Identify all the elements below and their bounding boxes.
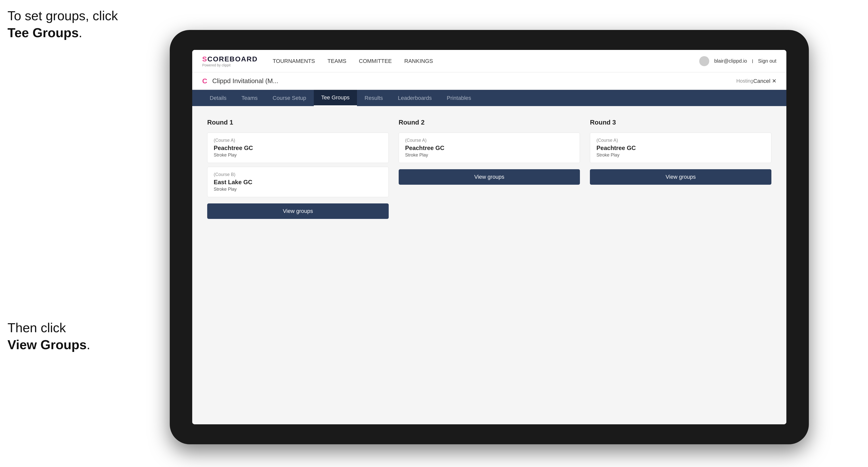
tab-course-setup[interactable]: Course Setup — [265, 90, 314, 106]
round-3-course-a: (Course A) Peachtree GC Stroke Play — [590, 132, 771, 163]
round-1-course-a-name: Peachtree GC — [214, 145, 382, 152]
top-nav: SCOREBOARD Powered by clippit TOURNAMENT… — [192, 50, 786, 72]
user-email: blair@clippd.io — [714, 58, 747, 64]
tablet-device: SCOREBOARD Powered by clippit TOURNAMENT… — [170, 30, 809, 444]
round-2-course-a-format: Stroke Play — [405, 153, 574, 158]
round-2-course-a-name: Peachtree GC — [405, 145, 574, 152]
tab-tee-groups[interactable]: Tee Groups — [314, 90, 357, 106]
rounds-grid: Round 1 (Course A) Peachtree GC Stroke P… — [207, 119, 771, 219]
tab-leaderboards[interactable]: Leaderboards — [391, 90, 439, 106]
user-avatar — [699, 56, 709, 66]
round-2-course-a: (Course A) Peachtree GC Stroke Play — [399, 132, 580, 163]
tab-results[interactable]: Results — [357, 90, 390, 106]
round-2-course-a-label: (Course A) — [405, 138, 574, 143]
round-1-course-a-label: (Course A) — [214, 138, 382, 143]
sign-out-link[interactable]: Sign out — [758, 58, 776, 64]
round-1-course-a-format: Stroke Play — [214, 153, 382, 158]
nav-tournaments[interactable]: TOURNAMENTS — [273, 58, 315, 64]
round-2-col: Round 2 (Course A) Peachtree GC Stroke P… — [399, 119, 580, 219]
round-1-title: Round 1 — [207, 119, 389, 126]
round-1-course-b-label: (Course B) — [214, 172, 382, 177]
tournament-name: Clippd Invitational (M... — [212, 77, 736, 85]
hosting-badge: Hosting — [737, 78, 753, 84]
nav-links: TOURNAMENTS TEAMS COMMITTEE RANKINGS — [273, 58, 699, 64]
separator: | — [752, 59, 753, 63]
round-3-course-a-format: Stroke Play — [596, 153, 765, 158]
tab-printables[interactable]: Printables — [439, 90, 478, 106]
round-1-col: Round 1 (Course A) Peachtree GC Stroke P… — [207, 119, 389, 219]
main-content: Round 1 (Course A) Peachtree GC Stroke P… — [192, 106, 786, 424]
round-3-course-a-label: (Course A) — [596, 138, 765, 143]
round-1-course-b: (Course B) East Lake GC Stroke Play — [207, 167, 389, 197]
tab-details[interactable]: Details — [202, 90, 234, 106]
sub-header: C Clippd Invitational (M... Hosting Canc… — [192, 72, 786, 90]
round-2-title: Round 2 — [399, 119, 580, 126]
tab-nav: Details Teams Course Setup Tee Groups Re… — [192, 90, 786, 106]
nav-rankings[interactable]: RANKINGS — [404, 58, 433, 64]
instruction-bottom-bold: View Groups — [7, 338, 87, 352]
nav-teams[interactable]: TEAMS — [328, 58, 346, 64]
tournament-logo-c: C — [202, 77, 207, 85]
round-3-course-a-name: Peachtree GC — [596, 145, 765, 152]
instruction-top-bold: Tee Groups — [7, 26, 79, 40]
nav-committee[interactable]: COMMITTEE — [359, 58, 392, 64]
round-1-course-b-name: East Lake GC — [214, 179, 382, 186]
instruction-bottom: Then click View Groups. — [7, 319, 90, 353]
instruction-top-line1: To set groups, click — [7, 8, 118, 23]
logo-area: SCOREBOARD Powered by clippit — [202, 55, 258, 67]
instruction-top: To set groups, click Tee Groups. — [7, 7, 118, 41]
round-1-view-groups-button[interactable]: View groups — [207, 204, 389, 219]
round-1-course-b-format: Stroke Play — [214, 187, 382, 192]
instruction-top-punct: . — [79, 26, 82, 40]
instruction-bottom-punct: . — [87, 338, 90, 352]
logo-text: SCOREBOARD — [202, 55, 258, 63]
round-3-view-groups-button[interactable]: View groups — [590, 169, 771, 185]
logo-sub: Powered by clippit — [202, 63, 258, 67]
round-3-col: Round 3 (Course A) Peachtree GC Stroke P… — [590, 119, 771, 219]
round-1-course-a: (Course A) Peachtree GC Stroke Play — [207, 132, 389, 163]
cancel-button[interactable]: Cancel ✕ — [753, 78, 776, 84]
round-3-title: Round 3 — [590, 119, 771, 126]
logo-c-letter: S — [202, 55, 208, 63]
tablet-screen: SCOREBOARD Powered by clippit TOURNAMENT… — [192, 50, 786, 424]
tab-teams[interactable]: Teams — [234, 90, 265, 106]
nav-right: blair@clippd.io | Sign out — [699, 56, 776, 66]
round-2-view-groups-button[interactable]: View groups — [399, 169, 580, 185]
instruction-bottom-line1: Then click — [7, 320, 66, 335]
